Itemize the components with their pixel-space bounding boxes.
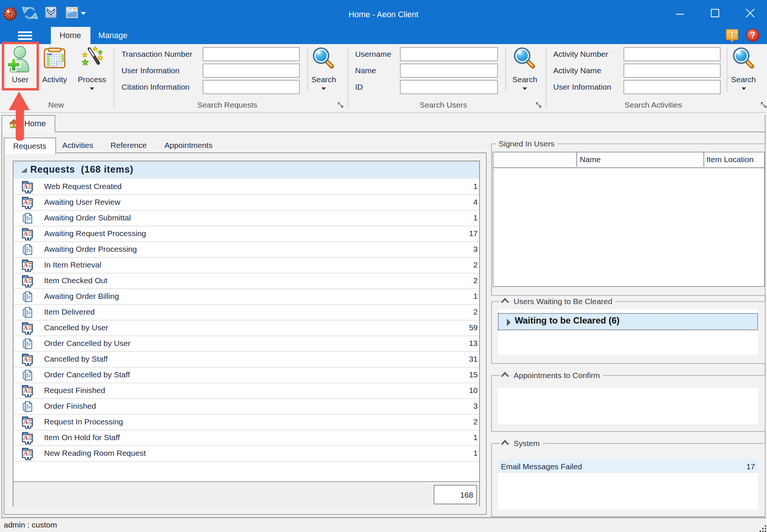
svg-text:A: A (23, 324, 28, 331)
svg-text:A: A (23, 262, 28, 269)
svg-text:A: A (23, 277, 28, 284)
svg-text:A: A (23, 230, 28, 237)
svg-text:A: A (23, 199, 28, 206)
svg-text:A: A (23, 387, 28, 394)
svg-text:?: ? (750, 30, 755, 40)
svg-text:A: A (23, 434, 28, 441)
svg-text:A: A (23, 418, 28, 426)
svg-text:A: A (23, 356, 28, 363)
svg-text:A: A (23, 450, 28, 457)
svg-text:A: A (23, 183, 28, 190)
